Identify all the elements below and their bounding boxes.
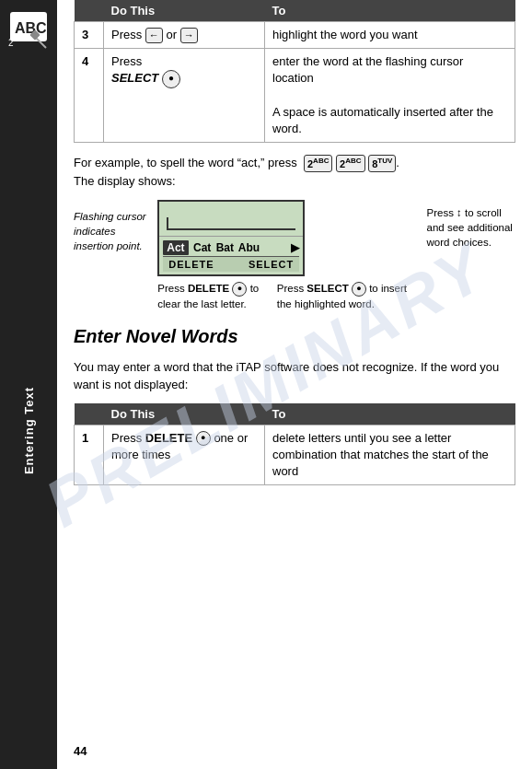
page-number: 44 [57, 744, 103, 758]
section-heading: Enter Novel Words [74, 326, 515, 347]
phone-display-area: Flashing cursor indicates insertion poin… [74, 200, 515, 311]
to-cell: highlight the word you want [265, 22, 515, 49]
main-content: Do This To 3 Press ← or → highlight the … [57, 0, 532, 504]
phone-screen: Act Cat Bat Abu ▶ DELETE SELECT [157, 200, 305, 276]
phone-screen-bottom: Act Cat Bat Abu ▶ DELETE SELECT [159, 237, 303, 274]
below-annotations: Press DELETE ● to clear the last letter.… [157, 281, 419, 311]
do-this-cell: Press ← or → [104, 22, 265, 49]
table2-header-to: To [265, 403, 515, 425]
table-row: 4 Press SELECT ● enter the word at the f… [75, 49, 515, 143]
select-key-icon: ● [162, 70, 180, 88]
to-cell: enter the word at the flashing cursor lo… [265, 49, 515, 143]
sidebar-label: Entering Text [0, 387, 57, 474]
sidebar: ABC 2 Entering Text [0, 0, 57, 769]
key-2abc-2: 2ABC [336, 155, 364, 172]
word-row: Act Cat Bat Abu ▶ [163, 239, 299, 256]
word-cat: Cat [191, 241, 212, 254]
below-right-annotation: Press SELECT ● to insert the highlighted… [277, 281, 420, 311]
table1: Do This To 3 Press ← or → highlight the … [74, 0, 515, 143]
table-row: 1 Press DELETE ● one or more times delet… [75, 425, 515, 485]
phone-area: Act Cat Bat Abu ▶ DELETE SELECT [157, 200, 419, 311]
word-act: Act [163, 240, 188, 255]
table-row: 3 Press ← or → highlight the word you wa… [75, 22, 515, 49]
svg-text:2: 2 [8, 38, 14, 48]
table2-header-number [75, 403, 104, 425]
do-this-cell: Press DELETE ● one or more times [104, 425, 265, 485]
below-left-annotation: Press DELETE ● to clear the last letter. [157, 281, 276, 311]
left-annotation: Flashing cursor indicates insertion poin… [74, 200, 157, 253]
svg-text:ABC: ABC [15, 20, 47, 36]
key-prev-icon: ← [145, 28, 163, 43]
table2-header-do-this: Do This [104, 403, 265, 425]
cursor-line [167, 228, 295, 230]
do-this-cell: Press SELECT ● [104, 49, 265, 143]
row-number: 3 [75, 22, 104, 49]
body-text-example: For example, to spell the word “act,” pr… [74, 154, 515, 191]
table1-header-number [75, 0, 104, 22]
word-arrow: ▶ [291, 241, 299, 254]
delete-circle-icon: ● [232, 282, 247, 297]
phone-screen-top [159, 202, 303, 237]
table1-header-to: To [265, 0, 515, 22]
key-next-icon: → [180, 28, 198, 43]
delete-button-label: DELETE [168, 259, 214, 270]
row-number: 1 [75, 425, 104, 485]
word-abu: Abu [236, 241, 260, 254]
section-body: You may enter a word that the iTAP softw… [74, 358, 515, 394]
row-number: 4 [75, 49, 104, 143]
table1-header-do-this: Do This [104, 0, 265, 22]
right-annotation: Press ↕ to scroll and see additional wor… [420, 200, 515, 250]
select-circle-icon: ● [352, 282, 366, 297]
phone-screen-container: Act Cat Bat Abu ▶ DELETE SELECT [157, 200, 305, 276]
key-2abc-1: 2ABC [304, 155, 332, 172]
delete-icon-t2: ● [196, 431, 211, 446]
logo-icon: ABC 2 [6, 7, 52, 53]
table2: Do This To 1 Press DELETE ● one or more … [74, 403, 515, 486]
select-key-label: SELECT [111, 72, 158, 86]
to-cell: delete letters until you see a letter co… [265, 425, 515, 485]
select-button-label: SELECT [249, 259, 294, 270]
word-bat: Bat [213, 241, 234, 254]
phone-button-row: DELETE SELECT [163, 256, 299, 272]
key-8tuv: 8TUV [368, 155, 396, 172]
